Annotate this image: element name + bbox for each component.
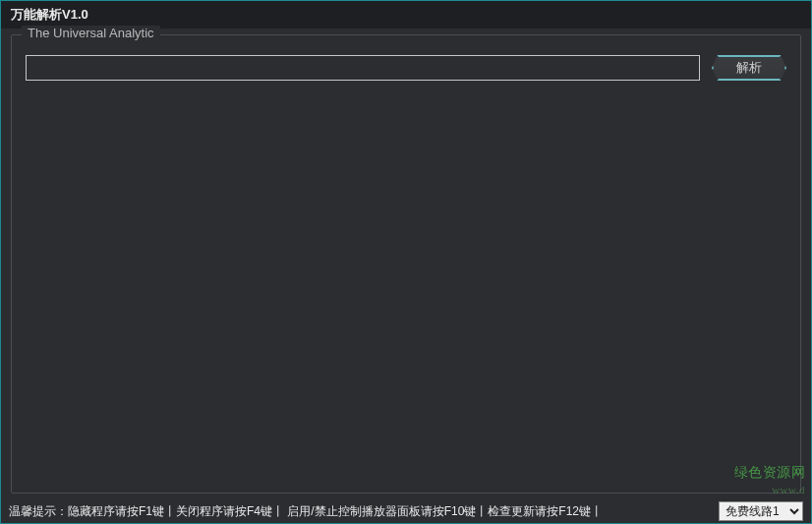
parse-button[interactable]: 解析 (712, 55, 786, 81)
hint-text: 温馨提示：隐藏程序请按F1键丨关闭程序请按F4键丨 启用/禁止控制播放器面板请按… (9, 503, 603, 520)
url-input[interactable] (26, 55, 700, 81)
input-row: 解析 (12, 35, 800, 81)
app-title: 万能解析V1.0 (11, 6, 88, 24)
parse-button-label: 解析 (736, 59, 762, 77)
line-select[interactable]: 免费线路1 (719, 501, 803, 521)
statusbar: 温馨提示：隐藏程序请按F1键丨关闭程序请按F4键丨 启用/禁止控制播放器面板请按… (1, 499, 811, 523)
groupbox-title: The Universal Analytic (22, 26, 160, 40)
groupbox: The Universal Analytic 解析 (11, 34, 801, 494)
titlebar: 万能解析V1.0 (1, 1, 811, 29)
